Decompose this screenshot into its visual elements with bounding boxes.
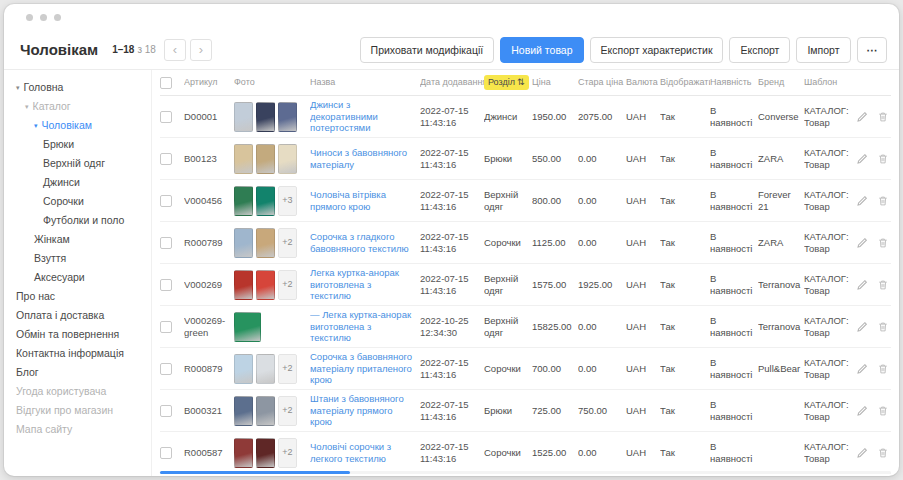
more-photos-badge[interactable]: +3 (278, 186, 297, 216)
column-header-brand[interactable]: Бренд (758, 77, 804, 88)
product-photo-thumbnail[interactable] (234, 102, 253, 132)
sidebar-item-1[interactable]: ▾Каталог (4, 97, 151, 116)
edit-icon[interactable] (856, 111, 868, 123)
edit-icon[interactable] (856, 279, 868, 291)
sidebar-item-18[interactable]: Мапа сайту (4, 420, 151, 439)
sidebar-item-14[interactable]: Контактна інформація (4, 344, 151, 363)
column-header-visible[interactable]: Відображати (660, 77, 710, 88)
delete-icon[interactable] (877, 363, 889, 375)
column-header-avail[interactable]: Наявність (710, 77, 758, 88)
window-control-dot[interactable] (26, 14, 33, 21)
export-characteristics-button[interactable]: Експорт характеристик (590, 37, 724, 63)
hide-modifications-button[interactable]: Приховати модифікації (360, 37, 495, 63)
more-photos-badge[interactable]: +2 (278, 396, 297, 426)
sidebar-item-6[interactable]: Сорочки (4, 192, 151, 211)
more-photos-badge[interactable]: +2 (278, 228, 297, 258)
more-photos-badge[interactable]: +2 (278, 438, 297, 468)
product-name-link[interactable]: Чоловіча вітрівка прямого крою (310, 189, 414, 213)
sidebar-item-15[interactable]: Блог (4, 363, 151, 382)
edit-icon[interactable] (856, 447, 868, 459)
row-checkbox[interactable] (160, 195, 172, 207)
column-header-date[interactable]: Дата додавання (420, 77, 484, 88)
column-header-photo[interactable]: Фото (234, 77, 310, 88)
more-photos-badge[interactable]: +2 (278, 354, 297, 384)
product-name-link[interactable]: — Легка куртка-анорак виготовлена з текс… (310, 309, 414, 345)
column-header-currency[interactable]: Валюта (626, 77, 660, 88)
sidebar-item-12[interactable]: Оплата і доставка (4, 306, 151, 325)
sidebar-item-17[interactable]: Відгуки про магазин (4, 401, 151, 420)
product-photo-thumbnail[interactable] (256, 228, 275, 258)
edit-icon[interactable] (856, 153, 868, 165)
row-checkbox[interactable] (160, 405, 172, 417)
sort-icon[interactable]: ⇅ (517, 77, 525, 88)
row-checkbox[interactable] (160, 111, 172, 123)
product-name-link[interactable]: Чоловічі сорочки з легкого текстилю (310, 441, 414, 465)
product-photo-thumbnail[interactable] (256, 354, 275, 384)
sidebar-item-3[interactable]: Брюки (4, 135, 151, 154)
product-photo-thumbnail[interactable] (234, 186, 253, 216)
column-header-section[interactable]: Розділ⇅ (484, 75, 532, 90)
row-checkbox[interactable] (160, 321, 172, 333)
product-photo-thumbnail[interactable] (234, 228, 253, 258)
product-name-link[interactable]: Легка куртка-анорак виготовлена з тексти… (310, 267, 414, 303)
product-name-link[interactable]: Штани з бавовняного матеріалу прямого кр… (310, 393, 414, 429)
column-header-oldprice[interactable]: Стара ціна (578, 77, 626, 88)
window-control-dot[interactable] (54, 14, 61, 21)
row-checkbox[interactable] (160, 447, 172, 459)
sidebar-item-9[interactable]: Взуття (4, 249, 151, 268)
edit-icon[interactable] (856, 363, 868, 375)
delete-icon[interactable] (877, 111, 889, 123)
column-header-price[interactable]: Ціна (532, 77, 578, 88)
row-checkbox[interactable] (160, 363, 172, 375)
window-control-dot[interactable] (40, 14, 47, 21)
product-name-link[interactable]: Сорочка з гладкого бавовняного текстилю (310, 231, 414, 255)
product-name-link[interactable]: Сорочка з бавовняного матеріалу притален… (310, 351, 414, 387)
edit-icon[interactable] (856, 405, 868, 417)
product-photo-thumbnail[interactable] (234, 354, 253, 384)
import-button[interactable]: Імпорт (796, 37, 850, 63)
product-photo-thumbnail[interactable] (278, 144, 297, 174)
product-photo-thumbnail[interactable] (256, 270, 275, 300)
sidebar-item-0[interactable]: ▾Головна (4, 78, 151, 97)
new-product-button[interactable]: Новий товар (500, 37, 583, 63)
product-photo-thumbnail[interactable] (278, 102, 297, 132)
export-button[interactable]: Експорт (729, 37, 790, 63)
product-photo-thumbnail[interactable] (234, 144, 253, 174)
product-photo-thumbnail[interactable] (234, 312, 261, 342)
delete-icon[interactable] (877, 237, 889, 249)
edit-icon[interactable] (856, 237, 868, 249)
column-header-template[interactable]: Шаблон (804, 77, 854, 88)
delete-icon[interactable] (877, 447, 889, 459)
more-photos-badge[interactable]: +2 (278, 270, 297, 300)
delete-icon[interactable] (877, 153, 889, 165)
sidebar-item-16[interactable]: Угода користувача (4, 382, 151, 401)
product-photo-thumbnail[interactable] (256, 144, 275, 174)
row-checkbox[interactable] (160, 237, 172, 249)
product-photo-thumbnail[interactable] (256, 438, 275, 468)
product-photo-thumbnail[interactable] (234, 438, 253, 468)
row-checkbox[interactable] (160, 153, 172, 165)
prev-page-button[interactable]: ‹ (164, 39, 186, 61)
edit-icon[interactable] (856, 195, 868, 207)
product-name-link[interactable]: Джинси з декоративними потертостями (310, 99, 414, 135)
sidebar-item-4[interactable]: Верхній одяг (4, 154, 151, 173)
product-photo-thumbnail[interactable] (234, 396, 253, 426)
sidebar-item-11[interactable]: Про нас (4, 287, 151, 306)
column-header-name[interactable]: Назва (310, 77, 420, 88)
product-photo-thumbnail[interactable] (256, 396, 275, 426)
product-photo-thumbnail[interactable] (234, 270, 253, 300)
edit-icon[interactable] (856, 321, 868, 333)
delete-icon[interactable] (877, 405, 889, 417)
product-photo-thumbnail[interactable] (256, 186, 275, 216)
sidebar-item-7[interactable]: Футболки и поло (4, 211, 151, 230)
product-photo-thumbnail[interactable] (256, 102, 275, 132)
sidebar-item-5[interactable]: Джинси (4, 173, 151, 192)
delete-icon[interactable] (877, 195, 889, 207)
row-checkbox[interactable] (160, 279, 172, 291)
column-header-sku[interactable]: Артикул (184, 77, 234, 88)
delete-icon[interactable] (877, 321, 889, 333)
sidebar-item-2[interactable]: ▾Чоловікам (4, 116, 151, 135)
delete-icon[interactable] (877, 279, 889, 291)
sidebar-item-13[interactable]: Обмін та повернення (4, 325, 151, 344)
more-actions-button[interactable]: ⋯ (857, 37, 888, 63)
